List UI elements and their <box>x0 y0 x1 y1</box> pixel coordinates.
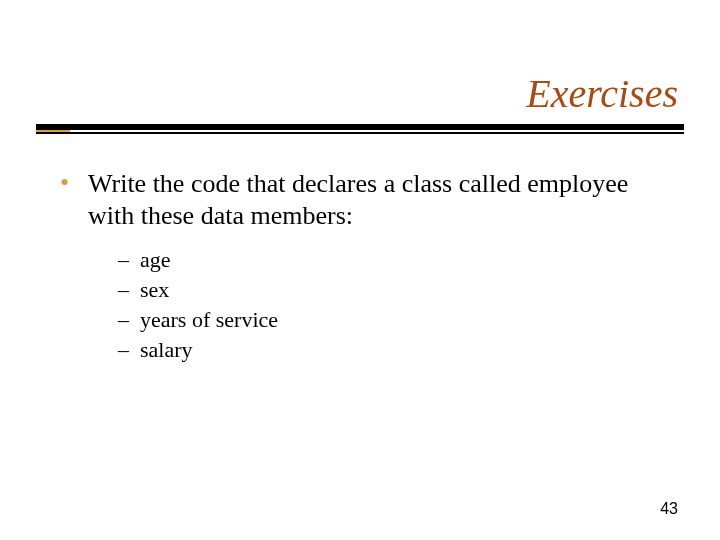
sub-text: salary <box>140 336 193 364</box>
list-item: – salary <box>118 336 660 364</box>
sublist: – age – sex – years of service – salary <box>118 246 660 364</box>
sub-text: years of service <box>140 306 278 334</box>
list-item: – sex <box>118 276 660 304</box>
sub-text: sex <box>140 276 169 304</box>
dash-icon: – <box>118 307 132 333</box>
bullet-text: Write the code that declares a class cal… <box>88 168 660 232</box>
bullet-dot-icon: • <box>60 168 74 198</box>
dash-icon: – <box>118 337 132 363</box>
bullet-item: • Write the code that declares a class c… <box>60 168 660 232</box>
sub-text: age <box>140 246 171 274</box>
list-item: – years of service <box>118 306 660 334</box>
page-number: 43 <box>660 500 678 518</box>
dash-icon: – <box>118 247 132 273</box>
rule-thick <box>36 124 684 130</box>
slide-title: Exercises <box>526 70 678 117</box>
slide: Exercises • Write the code that declares… <box>0 0 720 540</box>
content-area: • Write the code that declares a class c… <box>60 168 660 366</box>
horizontal-rule <box>36 124 684 134</box>
dash-icon: – <box>118 277 132 303</box>
list-item: – age <box>118 246 660 274</box>
rule-thin <box>36 132 684 134</box>
